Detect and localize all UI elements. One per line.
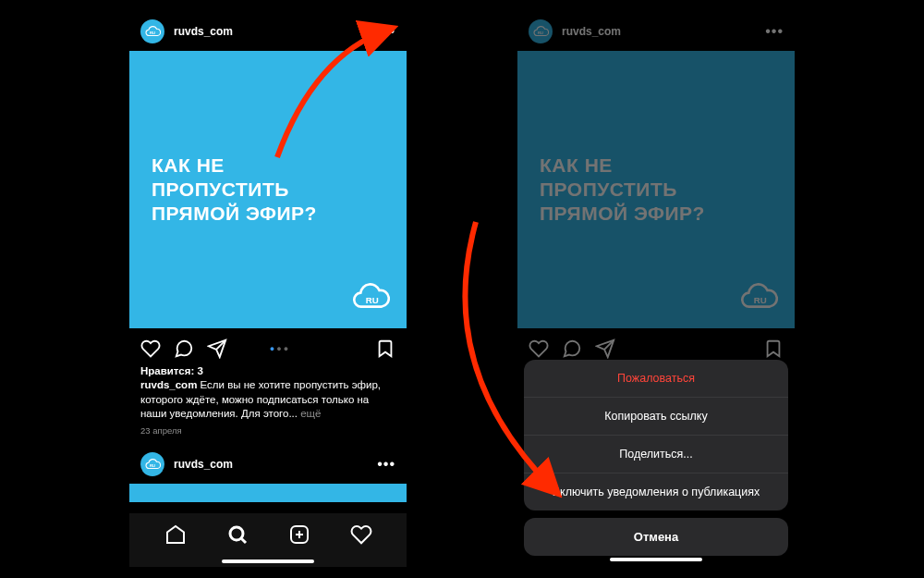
activity-icon[interactable] <box>350 523 372 546</box>
post-image[interactable]: КАК НЕ ПРОПУСТИТЬ ПРЯМОЙ ЭФИР? RU <box>129 51 407 328</box>
svg-text:RU: RU <box>150 31 155 35</box>
cloud-ru-icon: RU <box>144 23 161 40</box>
svg-text:RU: RU <box>150 462 155 467</box>
avatar: RU <box>529 19 553 43</box>
post-header: RU ruvds_com ••• <box>517 12 795 51</box>
comment-icon <box>562 338 582 359</box>
post-header: RU ruvds_com ••• <box>129 12 407 51</box>
next-post-header: RU ruvds_com ••• <box>129 445 407 484</box>
add-post-icon[interactable] <box>288 523 310 546</box>
carousel-indicator: ●●● <box>185 344 375 353</box>
action-row: ●●● <box>129 328 407 365</box>
bookmark-icon[interactable] <box>375 338 395 359</box>
action-sheet: Пожаловаться Копировать ссылку Поделитьс… <box>524 360 788 556</box>
search-icon[interactable] <box>226 523 249 546</box>
svg-text:RU: RU <box>754 295 767 305</box>
bookmark-icon <box>763 338 784 359</box>
svg-text:RU: RU <box>538 31 543 35</box>
post-caption[interactable]: ruvds_com Если вы не хотите пропустить э… <box>129 376 407 422</box>
bottom-nav <box>129 513 407 567</box>
phone-right: RU ruvds_com ••• КАК НЕ ПРОПУСТИТЬ ПРЯМО… <box>517 12 795 567</box>
more-options-icon[interactable]: ••• <box>377 456 395 473</box>
username-label[interactable]: ruvds_com <box>174 25 377 38</box>
svg-point-3 <box>230 527 243 540</box>
post-title: КАК НЕ ПРОПУСТИТЬ ПРЯМОЙ ЭФИР? <box>152 154 384 227</box>
share-icon <box>595 338 615 359</box>
heart-icon[interactable] <box>140 338 161 359</box>
brand-logo: RU <box>349 282 390 315</box>
post-date: 23 апреля <box>129 422 407 439</box>
sheet-copy-link[interactable]: Копировать ссылку <box>524 398 788 436</box>
brand-logo: RU <box>737 282 778 315</box>
next-post-image-peek[interactable] <box>129 484 407 502</box>
home-indicator <box>610 558 702 561</box>
sheet-share[interactable]: Поделиться... <box>524 436 788 473</box>
svg-text:RU: RU <box>366 295 379 305</box>
more-options-icon: ••• <box>765 23 784 40</box>
avatar[interactable]: RU <box>140 19 164 43</box>
sheet-enable-notifications[interactable]: Включить уведомления о публикациях <box>524 473 788 510</box>
sheet-cancel[interactable]: Отмена <box>524 518 788 556</box>
sheet-report[interactable]: Пожаловаться <box>524 360 788 398</box>
action-sheet-group: Пожаловаться Копировать ссылку Поделитьс… <box>524 360 788 510</box>
more-options-icon[interactable]: ••• <box>377 23 395 40</box>
phone-left: RU ruvds_com ••• КАК НЕ ПРОПУСТИТЬ ПРЯМО… <box>129 12 407 567</box>
home-indicator <box>222 560 314 563</box>
username-label[interactable]: ruvds_com <box>174 458 377 471</box>
post-image: КАК НЕ ПРОПУСТИТЬ ПРЯМОЙ ЭФИР? RU <box>517 51 795 328</box>
likes-count[interactable]: Нравится: 3 <box>129 365 407 376</box>
heart-icon <box>529 338 549 359</box>
caption-more[interactable]: ещё <box>300 408 321 419</box>
caption-username: ruvds_com <box>140 379 197 390</box>
avatar[interactable]: RU <box>140 452 164 476</box>
post-title: КАК НЕ ПРОПУСТИТЬ ПРЯМОЙ ЭФИР? <box>540 154 772 227</box>
home-icon[interactable] <box>164 523 187 546</box>
username-label: ruvds_com <box>562 25 765 38</box>
